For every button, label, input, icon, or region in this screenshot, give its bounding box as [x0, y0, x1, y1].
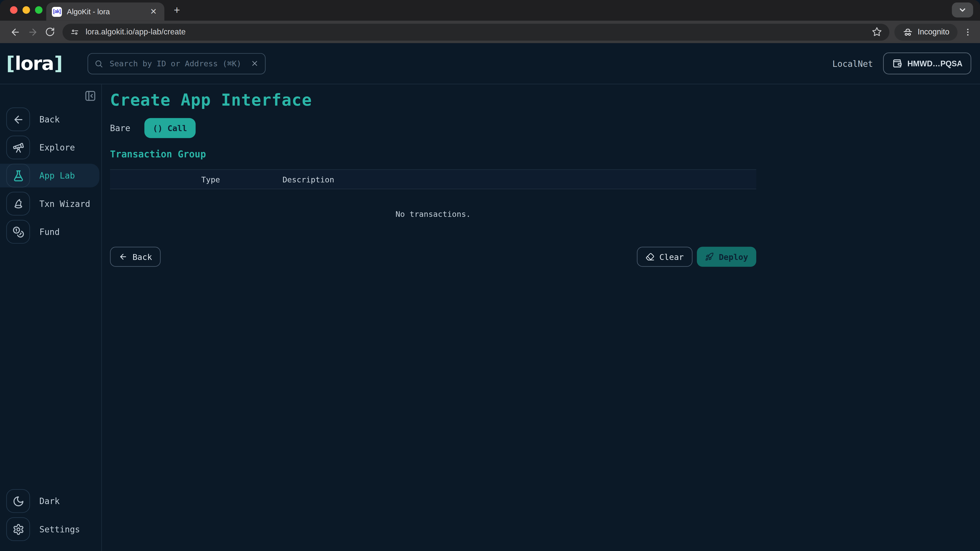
sidebar-collapse-button[interactable]	[84, 90, 97, 102]
flask-icon	[6, 164, 30, 187]
form-actions: Back Clear Deploy	[110, 247, 756, 267]
clear-button[interactable]: Clear	[637, 247, 692, 267]
coins-icon	[6, 220, 30, 244]
search-input[interactable]	[108, 58, 251, 69]
sidebar-item-back[interactable]: Back	[0, 107, 101, 131]
arrow-left-icon	[6, 107, 30, 131]
wallet-button[interactable]: HMWD…PQSA	[883, 52, 971, 75]
sidebar-bottom: Dark Settings	[0, 489, 101, 551]
transaction-group-table: Type Description No transactions.	[110, 169, 756, 247]
reload-icon	[45, 27, 55, 37]
column-header-description: Description	[283, 175, 756, 184]
wizard-hat-icon	[6, 192, 30, 216]
logo-word: lora	[15, 52, 54, 75]
sidebar-item-label: App Lab	[39, 171, 75, 181]
table-header-row: Type Description	[110, 169, 756, 189]
site-info-icon[interactable]	[70, 27, 80, 37]
sidebar-item-label: Settings	[39, 524, 80, 534]
mode-option-call[interactable]: () Call	[144, 118, 196, 138]
arrow-right-icon	[27, 27, 38, 37]
mode-toggle: Bare () Call	[110, 118, 972, 138]
sidebar-item-label: Dark	[39, 496, 60, 506]
mode-option-bare[interactable]: Bare	[110, 123, 130, 133]
lora-logo[interactable]: [ lora ]	[6, 52, 62, 75]
logo-bracket-left: [	[6, 52, 14, 75]
empty-message: No transactions.	[396, 209, 471, 227]
reload-button[interactable]	[41, 23, 59, 41]
deploy-button-label: Deploy	[719, 252, 748, 262]
moon-icon	[6, 489, 30, 513]
forward-nav-button[interactable]	[24, 23, 41, 41]
back-button[interactable]: Back	[110, 247, 161, 267]
browser-tab[interactable]: [ak] AlgoKit - lora ✕	[46, 3, 164, 21]
tab-search-button[interactable]	[952, 3, 973, 17]
arrow-left-icon	[119, 252, 127, 261]
logo-bracket-right: ]	[54, 52, 62, 75]
wallet-icon	[892, 58, 902, 69]
chevron-down-icon	[958, 6, 967, 14]
network-selector[interactable]: LocalNet	[832, 59, 873, 68]
search-icon	[95, 59, 103, 68]
window-controls	[10, 6, 42, 14]
sidebar-item-txn-wizard[interactable]: Txn Wizard	[0, 192, 101, 216]
rocket-icon	[705, 252, 714, 261]
page-title: Create App Interface	[110, 91, 972, 109]
sidebar-item-label: Txn Wizard	[39, 199, 90, 209]
tab-close-icon[interactable]: ✕	[148, 6, 159, 17]
app-header: [ lora ] LocalNet HMWD…PQSA	[0, 43, 980, 84]
sidebar-nav: Back Explore App Lab	[0, 107, 101, 244]
sidebar-item-fund[interactable]: Fund	[0, 220, 101, 244]
tab-favicon: [ak]	[52, 6, 62, 17]
tab-title: AlgoKit - lora	[67, 7, 148, 16]
sidebar-item-theme-toggle[interactable]: Dark	[0, 489, 101, 513]
sidebar-item-explore[interactable]: Explore	[0, 135, 101, 159]
sidebar-item-label: Explore	[39, 142, 75, 152]
browser-menu-button[interactable]	[961, 23, 974, 41]
sidebar-item-app-lab[interactable]: App Lab	[0, 164, 99, 187]
gear-icon	[6, 517, 30, 541]
sidebar-item-label: Back	[39, 114, 60, 124]
incognito-badge: Incognito	[894, 24, 958, 40]
table-empty-row: No transactions.	[110, 189, 756, 247]
arrow-left-icon	[10, 27, 21, 37]
column-header-type: Type	[201, 175, 283, 184]
global-search[interactable]	[88, 53, 266, 74]
address-bar[interactable]: lora.algokit.io/app-lab/create	[62, 24, 890, 40]
eraser-icon	[646, 252, 654, 261]
telescope-icon	[6, 135, 30, 159]
back-nav-button[interactable]	[6, 23, 24, 41]
browser-toolbar: lora.algokit.io/app-lab/create Incognito	[0, 21, 980, 43]
search-clear-icon[interactable]	[251, 59, 259, 68]
screen: [ak] AlgoKit - lora ✕ + lora.algokit.io/…	[0, 0, 980, 551]
clear-button-label: Clear	[659, 252, 684, 262]
incognito-icon	[903, 27, 913, 37]
main-content: Create App Interface Bare () Call Transa…	[102, 84, 980, 551]
fullscreen-window-button[interactable]	[35, 6, 42, 14]
close-window-button[interactable]	[10, 6, 18, 14]
tab-strip: [ak] AlgoKit - lora ✕ +	[0, 0, 980, 21]
kebab-menu-icon	[963, 27, 972, 37]
wallet-address: HMWD…PQSA	[907, 59, 963, 68]
url-text[interactable]: lora.algokit.io/app-lab/create	[86, 27, 869, 36]
back-button-label: Back	[132, 252, 152, 262]
section-title: Transaction Group	[110, 149, 972, 159]
browser-window: [ak] AlgoKit - lora ✕ + lora.algokit.io/…	[0, 0, 980, 551]
sidebar: Back Explore App Lab	[0, 84, 102, 551]
app-root: [ lora ] LocalNet HMWD…PQSA	[0, 43, 980, 551]
new-tab-button[interactable]: +	[170, 4, 184, 17]
deploy-button[interactable]: Deploy	[697, 247, 756, 267]
bookmark-star-icon[interactable]	[868, 27, 886, 37]
panel-collapse-icon	[84, 90, 97, 102]
sidebar-item-label: Fund	[39, 227, 60, 237]
minimize-window-button[interactable]	[22, 6, 30, 14]
sidebar-item-settings[interactable]: Settings	[0, 517, 101, 541]
incognito-label: Incognito	[918, 27, 950, 36]
